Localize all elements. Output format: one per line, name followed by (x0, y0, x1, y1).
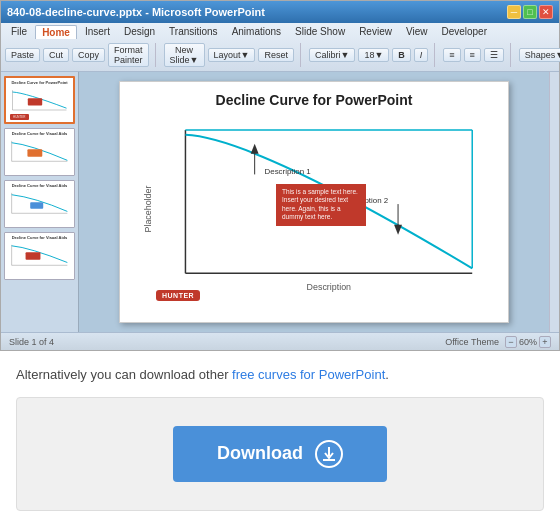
ribbon-tools: Paste Cut Copy Format Painter New Slide▼… (5, 41, 555, 69)
title-bar-text: 840-08-decline-curve.pptx - Microsoft Po… (7, 6, 265, 18)
paragraph-group: ≡ ≡ ☰ (443, 43, 511, 67)
font-group: Calibri▼ 18▼ B I (309, 43, 435, 67)
slide: Decline Curve for PowerPoint (119, 81, 509, 323)
tab-animations[interactable]: Animations (226, 25, 287, 39)
maximize-button[interactable]: □ (523, 5, 537, 19)
svg-text:Placeholder: Placeholder (143, 186, 153, 233)
svg-text:Description: Description (307, 282, 351, 292)
cut-button[interactable]: Cut (43, 48, 69, 62)
format-painter-button[interactable]: Format Painter (108, 43, 149, 67)
italic-button[interactable]: I (414, 48, 429, 62)
svg-marker-17 (251, 144, 259, 154)
zoom-control: − 60% + (505, 336, 551, 348)
slide-thumb-2[interactable]: Decline Curve for Visual Aids (4, 128, 75, 176)
svg-rect-5 (27, 149, 42, 156)
svg-rect-2 (28, 98, 42, 105)
clipboard-group: Paste Cut Copy Format Painter (5, 43, 156, 67)
reset-button[interactable]: Reset (258, 48, 294, 62)
slide-panel: Decline Curve for PowerPoint HUNTER Decl… (1, 72, 79, 332)
align-left[interactable]: ≡ (443, 48, 460, 62)
ribbon: File Home Insert Design Transitions Anim… (1, 23, 559, 72)
download-button[interactable]: Download (173, 426, 387, 482)
svg-text:Description 1: Description 1 (265, 167, 312, 176)
tab-home[interactable]: Home (35, 25, 77, 39)
ribbon-tabs: File Home Insert Design Transitions Anim… (5, 25, 555, 39)
bold-button[interactable]: B (392, 48, 411, 62)
bullet-list[interactable]: ☰ (484, 48, 504, 62)
powerpoint-window: 840-08-decline-curve.pptx - Microsoft Po… (0, 0, 560, 351)
copy-button[interactable]: Copy (72, 48, 105, 62)
title-bar-controls: ─ □ ✕ (507, 5, 553, 19)
svg-marker-19 (394, 225, 402, 235)
paste-button[interactable]: Paste (5, 48, 40, 62)
svg-rect-11 (26, 252, 41, 259)
tab-slideshow[interactable]: Slide Show (289, 25, 351, 39)
zoom-level: 60% (519, 337, 537, 347)
status-bar: Slide 1 of 4 Office Theme − 60% + (1, 332, 559, 350)
status-right: Office Theme − 60% + (445, 336, 551, 348)
hunter-badge: HUNTER (156, 290, 200, 301)
tab-review[interactable]: Review (353, 25, 398, 39)
new-slide-button[interactable]: New Slide▼ (164, 43, 205, 67)
shapes-button[interactable]: Shapes▼ (519, 48, 560, 62)
title-bar: 840-08-decline-curve.pptx - Microsoft Po… (1, 1, 559, 23)
close-button[interactable]: ✕ (539, 5, 553, 19)
svg-rect-8 (30, 202, 43, 209)
tab-transitions[interactable]: Transitions (163, 25, 224, 39)
slide-thumb-3[interactable]: Decline Curve for Visual Aids (4, 180, 75, 228)
download-icon (315, 440, 343, 468)
download-area: Download (16, 397, 544, 511)
canvas-area: Decline Curve for PowerPoint (79, 72, 549, 332)
zoom-in-button[interactable]: + (539, 336, 551, 348)
tab-developer[interactable]: Developer (435, 25, 493, 39)
tab-file[interactable]: File (5, 25, 33, 39)
drawing-group: Shapes▼ Arrange▼ (519, 43, 560, 67)
red-textbox: This is a sample text here. Insert your … (276, 184, 366, 226)
slide-thumb-4[interactable]: Decline Curve for Visual Aids (4, 232, 75, 280)
slide-count: Slide 1 of 4 (9, 337, 54, 347)
theme-label: Office Theme (445, 337, 499, 347)
main-area: Decline Curve for PowerPoint HUNTER Decl… (1, 72, 559, 332)
font-selector[interactable]: Calibri▼ (309, 48, 355, 62)
layout-button[interactable]: Layout▼ (208, 48, 256, 62)
zoom-out-button[interactable]: − (505, 336, 517, 348)
tab-view[interactable]: View (400, 25, 434, 39)
tab-design[interactable]: Design (118, 25, 161, 39)
font-size[interactable]: 18▼ (358, 48, 389, 62)
free-curves-link[interactable]: free curves for PowerPoint (232, 367, 385, 382)
slide-thumb-1[interactable]: Decline Curve for PowerPoint HUNTER (4, 76, 75, 124)
slides-group: New Slide▼ Layout▼ Reset (164, 43, 301, 67)
minimize-button[interactable]: ─ (507, 5, 521, 19)
slide-content: Placeholder Description Description 1 De… (136, 114, 492, 309)
tab-insert[interactable]: Insert (79, 25, 116, 39)
slide-title: Decline Curve for PowerPoint (136, 92, 492, 108)
align-center[interactable]: ≡ (464, 48, 481, 62)
vertical-scrollbar[interactable] (549, 72, 559, 332)
download-label: Download (217, 443, 303, 464)
bottom-section: Alternatively you can download other fre… (0, 351, 560, 516)
alt-text: Alternatively you can download other fre… (16, 365, 544, 385)
